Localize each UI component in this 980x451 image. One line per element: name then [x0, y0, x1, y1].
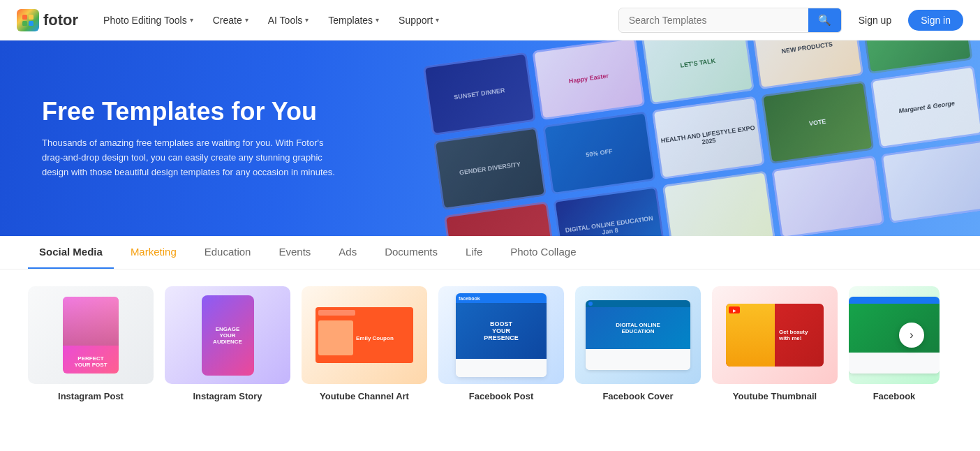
facebook-last-preview: [849, 286, 940, 384]
template-card-instagram-story[interactable]: ENGAGEYOURAUDIENCE Instagram Story: [165, 286, 290, 401]
tab-life[interactable]: Life: [454, 236, 493, 269]
template-card-instagram-post[interactable]: PERFECTYOUR POST Instagram Post: [28, 286, 154, 401]
nav-templates[interactable]: Templates ▾: [320, 10, 387, 30]
hero-card-14: [771, 155, 884, 236]
template-card-youtube-thumbnail[interactable]: ▶ Get beauty with me! Youtube Thumbnail: [712, 286, 838, 401]
brand-name: fotor: [43, 11, 78, 29]
svg-rect-2: [22, 21, 27, 26]
signin-button[interactable]: Sign in: [908, 10, 963, 31]
svg-rect-0: [22, 15, 27, 20]
search-button[interactable]: 🔍: [808, 8, 841, 32]
nav-create[interactable]: Create ▾: [205, 10, 257, 30]
card-label-youtube-channel-art: Youtube Channel Art: [302, 391, 427, 401]
chevron-down-icon: ▾: [376, 16, 379, 24]
tab-photo-collage[interactable]: Photo Collage: [499, 236, 587, 269]
chevron-down-icon: ▾: [190, 16, 193, 24]
tab-ads[interactable]: Ads: [327, 236, 368, 269]
card-image-youtube-channel-art: Emily Coupon: [302, 286, 427, 384]
tab-marketing[interactable]: Marketing: [119, 236, 188, 269]
hero-description: Thousands of amazing free templates are …: [42, 136, 335, 179]
nav-ai-tools[interactable]: AI Tools ▾: [260, 10, 318, 30]
svg-rect-3: [29, 21, 34, 26]
search-box: 🔍: [618, 8, 842, 33]
chevron-down-icon: ▾: [436, 16, 439, 24]
card-label-youtube-thumbnail: Youtube Thumbnail: [712, 391, 838, 401]
template-card-facebook-last[interactable]: Facebook: [849, 286, 940, 401]
hero-banner: Free Templates for You Thousands of amaz…: [0, 40, 980, 236]
card-image-youtube-thumbnail: ▶ Get beauty with me!: [712, 286, 838, 384]
card-image-facebook-post: facebook BOOSTYOURPRESENCE: [438, 286, 564, 384]
hero-card-12: DIGITAL ONLINE EDUCATION Jan 8: [553, 186, 666, 236]
chevron-down-icon: ▾: [245, 16, 248, 24]
hero-images: SUNSET DINNER Happy Easter LET'S TALK NE…: [423, 40, 980, 236]
cards-wrapper: PERFECTYOUR POST Instagram Post ENGAGEYO…: [28, 286, 952, 401]
card-image-instagram-post: PERFECTYOUR POST: [28, 286, 154, 384]
card-image-facebook-last: [849, 286, 940, 384]
search-input[interactable]: [619, 9, 808, 31]
nav-support[interactable]: Support ▾: [390, 10, 447, 30]
card-label-facebook-cover: Facebook Cover: [575, 391, 701, 401]
hero-card-15: [881, 140, 980, 223]
cards-row: PERFECTYOUR POST Instagram Post ENGAGEYO…: [28, 286, 952, 401]
hero-card-10: Margaret & George: [870, 65, 980, 149]
hero-card-3: LET'S TALK: [641, 40, 755, 105]
search-icon: 🔍: [818, 14, 831, 26]
instagram-post-preview: PERFECTYOUR POST: [28, 286, 154, 384]
category-tabs: Social Media Marketing Education Events …: [0, 236, 980, 269]
next-button[interactable]: ›: [899, 323, 924, 348]
hero-card-2: Happy Easter: [532, 40, 645, 120]
search-area: 🔍 Sign up Sign in: [618, 8, 963, 33]
instagram-story-preview: ENGAGEYOURAUDIENCE: [165, 286, 290, 384]
hero-card-8: HEALTH AND LIFESTYLE EXPO 2025: [652, 96, 765, 179]
facebook-post-preview: facebook BOOSTYOURPRESENCE: [438, 286, 564, 384]
tab-events[interactable]: Events: [267, 236, 322, 269]
hero-card-13: [662, 170, 775, 236]
youtube-thumbnail-preview: ▶ Get beauty with me!: [712, 286, 838, 384]
card-label-facebook-post: Facebook Post: [438, 391, 564, 401]
logo-icon: [17, 9, 39, 31]
facebook-cover-preview: DIGITAL ONLINEEDUCATION: [575, 286, 701, 384]
nav-photo-editing[interactable]: Photo Editing Tools ▾: [95, 10, 202, 30]
hero-card-7: 50% OFF: [542, 111, 655, 195]
hero-text: Free Templates for You Thousands of amaz…: [42, 96, 335, 180]
hero-card-9: VOTE: [761, 80, 874, 164]
template-card-facebook-cover[interactable]: DIGITAL ONLINEEDUCATION Facebook Cover: [575, 286, 701, 401]
template-card-youtube-channel-art[interactable]: Emily Coupon Youtube Channel Art: [302, 286, 427, 401]
tab-social-media[interactable]: Social Media: [28, 236, 114, 269]
logo[interactable]: fotor: [17, 9, 78, 31]
card-image-facebook-cover: DIGITAL ONLINEEDUCATION: [575, 286, 701, 384]
card-label-instagram-post: Instagram Post: [28, 391, 154, 401]
hero-title: Free Templates for You: [42, 96, 335, 126]
nav-items: Photo Editing Tools ▾ Create ▾ AI Tools …: [95, 10, 613, 30]
chevron-down-icon: ▾: [305, 16, 309, 24]
tab-documents[interactable]: Documents: [373, 236, 449, 269]
tab-education[interactable]: Education: [193, 236, 262, 269]
card-label-facebook-last: Facebook: [849, 391, 940, 401]
card-label-instagram-story: Instagram Story: [165, 391, 290, 401]
navbar: fotor Photo Editing Tools ▾ Create ▾ AI …: [0, 0, 980, 40]
hero-card-1: SUNSET DINNER: [423, 52, 536, 135]
youtube-channel-art-preview: Emily Coupon: [302, 286, 427, 384]
hero-card-4: NEW PRODUCTS: [750, 40, 863, 89]
signup-button[interactable]: Sign up: [847, 10, 903, 31]
card-image-instagram-story: ENGAGEYOURAUDIENCE: [165, 286, 290, 384]
svg-rect-1: [29, 15, 34, 20]
template-card-facebook-post[interactable]: facebook BOOSTYOURPRESENCE Facebook Post: [438, 286, 564, 401]
hero-card-6: GENDER DIVERSITY: [433, 126, 547, 210]
templates-section: PERFECTYOUR POST Instagram Post ENGAGEYO…: [0, 269, 980, 418]
